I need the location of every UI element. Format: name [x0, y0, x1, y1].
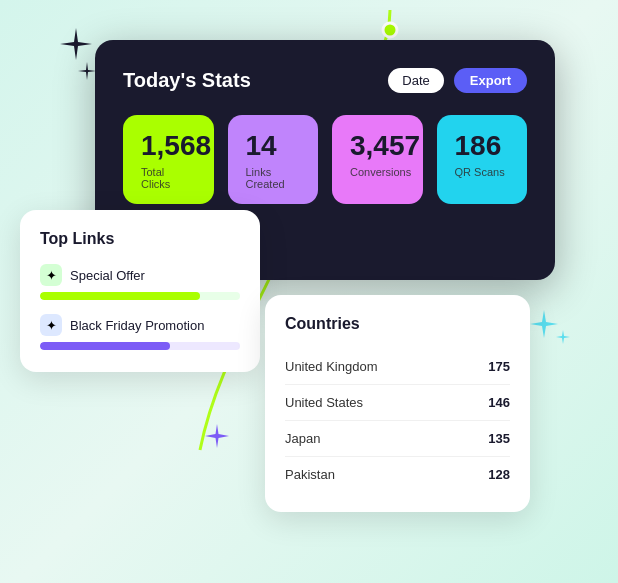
stat-card-conversions: 3,457 Conversions [332, 115, 423, 204]
stat-value-clicks: 1,568 [141, 131, 196, 162]
country-row-japan: Japan 135 [285, 421, 510, 457]
country-name-japan: Japan [285, 431, 320, 446]
sparkle-right-small [556, 330, 570, 344]
country-row-us: United States 146 [285, 385, 510, 421]
link-header-black-friday: ✦ Black Friday Promotion [40, 314, 240, 336]
stat-card-clicks: 1,568 Total Clicks [123, 115, 214, 204]
country-name-pakistan: Pakistan [285, 467, 335, 482]
stat-label-qr: QR Scans [455, 166, 510, 178]
sparkle-top-left-small [78, 62, 96, 80]
stat-card-links: 14 Links Created [228, 115, 319, 204]
country-row-uk: United Kingdom 175 [285, 349, 510, 385]
svg-point-0 [383, 23, 397, 37]
country-row-pakistan: Pakistan 128 [285, 457, 510, 492]
country-value-uk: 175 [488, 359, 510, 374]
top-links-card: Top Links ✦ Special Offer ✦ Black Friday… [20, 210, 260, 372]
link-item-black-friday: ✦ Black Friday Promotion [40, 314, 240, 350]
country-value-us: 146 [488, 395, 510, 410]
country-name-uk: United Kingdom [285, 359, 378, 374]
progress-bar-special-offer [40, 292, 240, 300]
sparkle-bottom [205, 424, 229, 448]
countries-card: Countries United Kingdom 175 United Stat… [265, 295, 530, 512]
link-icon-black-friday: ✦ [40, 314, 62, 336]
stat-value-links: 14 [246, 131, 301, 162]
link-icon-special-offer: ✦ [40, 264, 62, 286]
date-button[interactable]: Date [388, 68, 443, 93]
link-name-black-friday: Black Friday Promotion [70, 318, 204, 333]
progress-fill-black-friday [40, 342, 170, 350]
progress-fill-special-offer [40, 292, 200, 300]
countries-title: Countries [285, 315, 510, 333]
dashboard-header: Today's Stats Date Export [123, 68, 527, 93]
top-links-title: Top Links [40, 230, 240, 248]
stat-value-conversions: 3,457 [350, 131, 405, 162]
link-name-special-offer: Special Offer [70, 268, 145, 283]
stat-card-qr: 186 QR Scans [437, 115, 528, 204]
export-button[interactable]: Export [454, 68, 527, 93]
sparkle-right [530, 310, 558, 338]
link-header-special-offer: ✦ Special Offer [40, 264, 240, 286]
link-item-special-offer: ✦ Special Offer [40, 264, 240, 300]
stat-label-conversions: Conversions [350, 166, 405, 178]
stat-value-qr: 186 [455, 131, 510, 162]
country-name-us: United States [285, 395, 363, 410]
header-controls: Date Export [388, 68, 527, 93]
stat-label-clicks: Total Clicks [141, 166, 196, 190]
country-value-pakistan: 128 [488, 467, 510, 482]
sparkle-top-left [60, 28, 92, 60]
stat-label-links: Links Created [246, 166, 301, 190]
country-value-japan: 135 [488, 431, 510, 446]
dashboard-title: Today's Stats [123, 69, 251, 92]
progress-bar-black-friday [40, 342, 240, 350]
stats-grid: 1,568 Total Clicks 14 Links Created 3,45… [123, 115, 527, 204]
